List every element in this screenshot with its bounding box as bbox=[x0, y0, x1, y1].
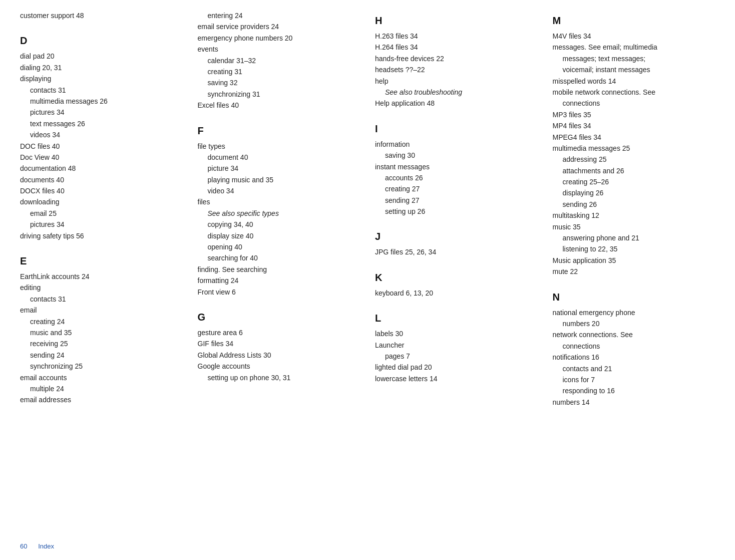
index-entry: text messages 26 bbox=[20, 118, 183, 129]
section-letter: K bbox=[375, 272, 538, 284]
column-4: MM4V files 34messages. See email; multim… bbox=[553, 10, 715, 417]
index-section: Iinformationsaving 30instant messagesacc… bbox=[375, 118, 538, 217]
index-entry: JPG files 25, 26, 34 bbox=[375, 246, 538, 257]
index-entry: lighted dial pad 20 bbox=[375, 362, 538, 373]
index-entry: pictures 34 bbox=[20, 107, 183, 118]
index-entry: Front view 6 bbox=[198, 287, 360, 298]
index-entry: attachments and 26 bbox=[553, 165, 715, 176]
index-section: Llabels 30Launcherpages 7lighted dial pa… bbox=[375, 308, 538, 384]
index-entry: email service providers 24 bbox=[198, 21, 360, 32]
index-entry: multimedia messages 25 bbox=[553, 143, 715, 154]
index-entry: displaying 26 bbox=[553, 187, 715, 198]
column-2: entering 24email service providers 24eme… bbox=[198, 10, 360, 392]
index-entry: music and 35 bbox=[20, 327, 183, 338]
index-section: Ggesture area 6GIF files 34Global Addres… bbox=[198, 307, 360, 383]
index-entry: opening 40 bbox=[198, 241, 360, 252]
index-entry: saving 32 bbox=[198, 77, 360, 88]
index-entry: network connections. See bbox=[553, 329, 715, 340]
index-entry: playing music and 35 bbox=[198, 174, 360, 185]
index-section: entering 24email service providers 24eme… bbox=[198, 10, 360, 111]
index-entry: voicemail; instant messages bbox=[553, 64, 715, 75]
section-letter: E bbox=[20, 255, 183, 267]
index-entry: numbers 20 bbox=[553, 318, 715, 329]
index-entry: email 25 bbox=[20, 208, 183, 219]
index-entry: gesture area 6 bbox=[198, 327, 360, 338]
footer-section: Index bbox=[38, 542, 54, 550]
index-entry: video 34 bbox=[198, 185, 360, 196]
index-entry: documentation 48 bbox=[20, 163, 183, 174]
index-entry: dialing 20, 31 bbox=[20, 62, 183, 73]
index-section: Ddial pad 20dialing 20, 31displayingcont… bbox=[20, 30, 183, 241]
index-entry: receiving 25 bbox=[20, 338, 183, 349]
index-entry: instant messages bbox=[375, 161, 538, 172]
index-entry: document 40 bbox=[198, 152, 360, 163]
index-entry: notifications 16 bbox=[553, 352, 715, 363]
index-entry: driving safety tips 56 bbox=[20, 230, 183, 241]
index-section: customer support 48 bbox=[20, 10, 183, 21]
index-entry: Global Address Lists 30 bbox=[198, 350, 360, 361]
index-entry: Excel files 40 bbox=[198, 100, 360, 111]
index-entry: videos 34 bbox=[20, 129, 183, 140]
index-section: EEarthLink accounts 24editingcontacts 31… bbox=[20, 250, 183, 406]
index-entry: contacts 31 bbox=[20, 294, 183, 305]
page-container: customer support 48Ddial pad 20dialing 2… bbox=[20, 10, 715, 417]
index-entry: files bbox=[198, 196, 360, 207]
index-entry: searching for 40 bbox=[198, 252, 360, 263]
section-letter: L bbox=[375, 313, 538, 324]
index-entry: finding. See searching bbox=[198, 264, 360, 275]
index-entry: MP4 files 34 bbox=[553, 120, 715, 131]
index-entry: creating 31 bbox=[198, 66, 360, 77]
index-section: Ffile typesdocument 40picture 34playing … bbox=[198, 120, 360, 298]
index-entry: contacts 31 bbox=[20, 85, 183, 96]
index-entry: synchronizing 25 bbox=[20, 361, 183, 372]
index-entry: responding to 16 bbox=[553, 385, 715, 396]
section-letter: F bbox=[198, 125, 360, 137]
index-entry: MP3 files 35 bbox=[553, 109, 715, 120]
index-entry: sending 24 bbox=[20, 350, 183, 361]
index-entry: emergency phone numbers 20 bbox=[198, 33, 360, 44]
column-1: customer support 48Ddial pad 20dialing 2… bbox=[20, 10, 183, 415]
index-entry: editing bbox=[20, 282, 183, 293]
index-entry: creating 25–26 bbox=[553, 176, 715, 187]
index-entry: pages 7 bbox=[375, 351, 538, 362]
index-section: Nnational emergency phonenumbers 20netwo… bbox=[553, 287, 715, 408]
index-entry: answering phone and 21 bbox=[553, 232, 715, 243]
index-entry: multimedia messages 26 bbox=[20, 96, 183, 107]
index-entry: events bbox=[198, 44, 360, 55]
index-entry: addressing 25 bbox=[553, 154, 715, 165]
index-entry: icons for 7 bbox=[553, 374, 715, 385]
index-entry: creating 24 bbox=[20, 316, 183, 327]
index-entry: pictures 34 bbox=[20, 219, 183, 230]
index-entry: information bbox=[375, 139, 538, 150]
index-entry: labels 30 bbox=[375, 328, 538, 339]
index-entry: See also specific types bbox=[198, 208, 360, 219]
index-entry: formatting 24 bbox=[198, 275, 360, 286]
footer-page: 60 bbox=[20, 542, 27, 550]
index-entry: misspelled words 14 bbox=[553, 76, 715, 87]
index-entry: messages. See email; multimedia bbox=[553, 42, 715, 53]
index-entry: Doc View 40 bbox=[20, 152, 183, 163]
section-letter: G bbox=[198, 312, 360, 323]
index-entry: synchronizing 31 bbox=[198, 89, 360, 100]
index-entry: help bbox=[375, 76, 538, 87]
index-entry: calendar 31–32 bbox=[198, 55, 360, 66]
index-entry: setting up 26 bbox=[375, 206, 538, 217]
index-entry: music 35 bbox=[553, 221, 715, 232]
index-entry: email addresses bbox=[20, 394, 183, 405]
index-entry: displaying bbox=[20, 73, 183, 84]
index-entry: multitasking 12 bbox=[553, 210, 715, 221]
index-entry: connections bbox=[553, 98, 715, 109]
index-entry: saving 30 bbox=[375, 150, 538, 161]
index-section: HH.263 files 34H.264 files 34hands-free … bbox=[375, 10, 538, 109]
section-letter: J bbox=[375, 231, 538, 242]
index-entry: See also troubleshooting bbox=[375, 87, 538, 98]
index-entry: numbers 14 bbox=[553, 397, 715, 408]
index-entry: MPEG4 files 34 bbox=[553, 132, 715, 143]
index-entry: M4V files 34 bbox=[553, 31, 715, 42]
index-entry: keyboard 6, 13, 20 bbox=[375, 288, 538, 299]
index-section: Kkeyboard 6, 13, 20 bbox=[375, 267, 538, 299]
index-entry: Help application 48 bbox=[375, 98, 538, 109]
column-3: HH.263 files 34H.264 files 34hands-free … bbox=[375, 10, 538, 393]
footer: 60 Index bbox=[20, 542, 54, 550]
index-entry: GIF files 34 bbox=[198, 338, 360, 349]
